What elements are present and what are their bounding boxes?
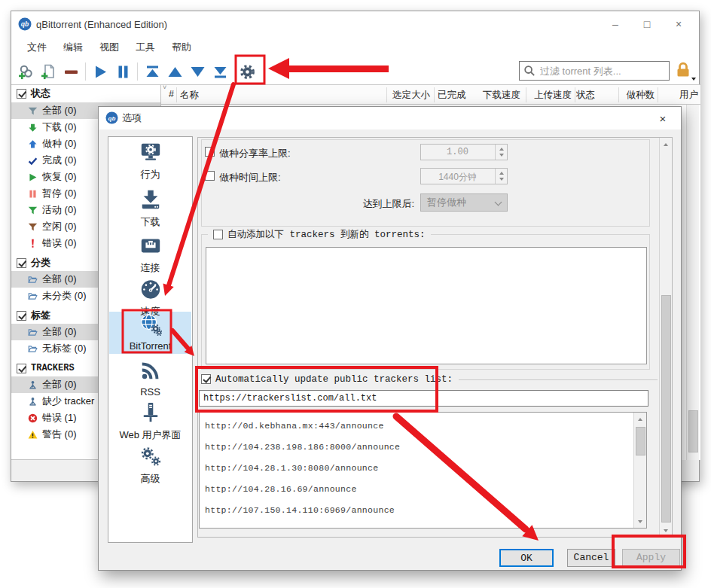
- move-up-button[interactable]: [163, 60, 186, 83]
- categories-checkbox[interactable]: [17, 258, 26, 268]
- seeding-limits-group: 做种分享率上限: 1.00 做种时间上限: 1440分钟 达到上限后: 暂停做种: [201, 139, 650, 227]
- filter-label: 做种 (0): [42, 137, 77, 151]
- filter-label: 全部 (0): [42, 325, 77, 339]
- share-ratio-checkbox[interactable]: [205, 147, 215, 157]
- filter-section-status[interactable]: 状态: [11, 85, 160, 102]
- filter-label: 暂停 (0): [42, 187, 77, 200]
- move-bottom-button[interactable]: [209, 60, 231, 83]
- delete-button[interactable]: [60, 60, 82, 83]
- spin-down-icon[interactable]: [499, 178, 504, 181]
- nav-item-bittorrent[interactable]: BitTorrent: [109, 313, 191, 352]
- nav-label: BitTorrent: [109, 340, 191, 352]
- nav-item-downloads[interactable]: 下载: [109, 188, 191, 229]
- scrollbar-thumb[interactable]: [661, 295, 671, 522]
- spin-arrows[interactable]: [495, 169, 507, 184]
- auto-update-trackers-checkbox[interactable]: [201, 374, 211, 384]
- menu-file[interactable]: 文件: [19, 38, 55, 57]
- nav-item-rss[interactable]: RSS: [109, 359, 191, 398]
- move-down-button[interactable]: [186, 60, 209, 83]
- cancel-button[interactable]: Cancel: [567, 549, 615, 567]
- add-torrent-file-button[interactable]: [37, 60, 60, 83]
- scrollbar-thumb[interactable]: [636, 427, 645, 455]
- nav-item-connection[interactable]: 连接: [109, 234, 191, 275]
- minimize-button[interactable]: –: [600, 13, 631, 35]
- arrow-down-icon: [638, 520, 642, 523]
- warning-icon: [28, 430, 38, 440]
- chevron-down-icon: [495, 199, 502, 206]
- add-file-icon: [41, 64, 56, 80]
- connection-icon: [139, 234, 162, 257]
- public-trackers-list[interactable]: http://0d.kebhana.mx:443/announce http:/…: [199, 412, 647, 529]
- close-button[interactable]: ×: [663, 13, 694, 35]
- tracker-url-row: http://104.28.1.30:8080/announce: [205, 458, 628, 479]
- pause-icon: [28, 189, 38, 199]
- column-header-size[interactable]: 选定大小: [347, 89, 430, 102]
- seeding-time-checkbox[interactable]: [205, 171, 215, 181]
- maximize-button[interactable]: □: [631, 13, 663, 35]
- trackers-checkbox[interactable]: [17, 364, 26, 373]
- dialog-title: 选项: [122, 111, 142, 125]
- options-dialog: 选项 × 行为 下载 连接 速度 BitTorrent RSS Web 用户界面…: [98, 106, 682, 571]
- scroll-up-button[interactable]: [660, 138, 672, 151]
- gear-icon: [240, 64, 255, 80]
- add-link-icon: [18, 64, 34, 80]
- download-icon: [139, 188, 162, 211]
- trackers-list-url-input[interactable]: [199, 390, 648, 407]
- menu-view[interactable]: 视图: [91, 38, 127, 57]
- apply-button[interactable]: Apply: [622, 549, 680, 567]
- arrow-up-icon: [28, 139, 38, 149]
- column-header-user[interactable]: 用户: [629, 89, 698, 102]
- bittorrent-icon: [139, 313, 162, 336]
- tags-checkbox[interactable]: [17, 311, 26, 321]
- section-label: 分类: [31, 256, 50, 270]
- scroll-up-button[interactable]: [634, 413, 646, 425]
- share-ratio-spinbox[interactable]: 1.00: [420, 144, 508, 160]
- filter-label: 完成 (0): [42, 154, 77, 167]
- scroll-down-button[interactable]: [634, 515, 646, 528]
- filter-lock-button[interactable]: [674, 61, 694, 81]
- menu-help[interactable]: 帮助: [163, 38, 200, 57]
- seeding-time-spinbox[interactable]: 1440分钟: [420, 168, 508, 184]
- nav-item-advanced[interactable]: 高级: [109, 445, 191, 486]
- nav-item-behavior[interactable]: 行为: [109, 141, 191, 181]
- resume-button[interactable]: [89, 60, 111, 83]
- pause-button[interactable]: [111, 60, 134, 83]
- add-torrent-link-button[interactable]: [14, 60, 37, 83]
- scrollbar-thumb[interactable]: [688, 410, 698, 452]
- nav-label: 高级: [109, 472, 191, 486]
- options-nav: 行为 下载 连接 速度 BitTorrent RSS Web 用户界面 高级: [108, 136, 193, 543]
- options-page-scrollbar[interactable]: [659, 138, 672, 537]
- search-input[interactable]: [519, 61, 670, 81]
- spin-arrows[interactable]: [495, 145, 507, 160]
- nav-item-webui[interactable]: Web 用户界面: [109, 401, 191, 442]
- menu-tools[interactable]: 工具: [127, 38, 163, 57]
- error-circle-icon: [28, 413, 38, 423]
- nav-item-speed[interactable]: 速度: [109, 278, 191, 318]
- remove-icon: [63, 64, 79, 80]
- search-icon: [523, 65, 536, 77]
- column-header-number[interactable]: #: [161, 89, 174, 99]
- column-header-upspeed[interactable]: 上传速度: [498, 89, 572, 102]
- scroll-down-button[interactable]: [660, 524, 672, 537]
- share-ratio-label: 做种分享率上限:: [219, 147, 291, 160]
- move-top-button[interactable]: [141, 60, 163, 83]
- arrow-up-icon: [664, 143, 668, 146]
- additional-trackers-textarea[interactable]: [206, 247, 647, 364]
- options-button[interactable]: [236, 60, 258, 83]
- ok-button[interactable]: OK: [499, 549, 554, 567]
- spin-value: 1.00: [421, 147, 494, 157]
- spin-down-icon[interactable]: [499, 154, 504, 157]
- tracker-list-scrollbar[interactable]: [633, 413, 646, 528]
- auto-add-trackers-checkbox[interactable]: [213, 230, 223, 239]
- table-scrollbar[interactable]: [686, 105, 699, 460]
- column-header-name[interactable]: 名称: [180, 89, 199, 102]
- toolbar-separator: [85, 62, 86, 81]
- search-box: [519, 61, 670, 81]
- limit-action-dropdown[interactable]: 暂停做种: [420, 193, 508, 212]
- spin-up-icon[interactable]: [499, 148, 504, 151]
- tracker-url-row: http://107.150.14.110:6969/announce: [205, 500, 628, 521]
- dialog-close-button[interactable]: ×: [645, 107, 680, 129]
- spin-up-icon[interactable]: [499, 172, 504, 175]
- status-checkbox[interactable]: [17, 89, 26, 99]
- menu-edit[interactable]: 编辑: [55, 38, 91, 57]
